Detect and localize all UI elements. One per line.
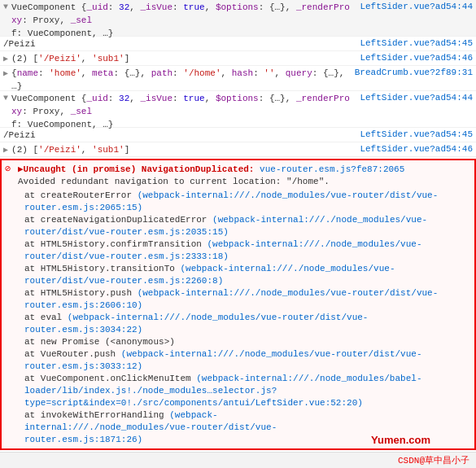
stack-link[interactable]: (webpack-internal:///./node_modules/vue-… [24, 313, 368, 335]
source-link[interactable]: LeftSider.vue?ad54:45 [360, 129, 473, 139]
source-link[interactable]: LeftSider.vue?ad54:45 [360, 38, 473, 48]
stack-line: at createNavigationDuplicatedError (webp… [18, 214, 471, 238]
log-row[interactable]: ▼ VueComponent {_uid: 32, _isVue: true, … [0, 91, 476, 128]
log-row[interactable]: /Peizi LeftSider.vue?ad54:45 [0, 128, 476, 142]
log-row[interactable]: ▼ VueComponent {_uid: 32, _isVue: true, … [0, 0, 476, 37]
csdn-label: CSDN@草中昌小子 [398, 454, 469, 466]
source-link[interactable]: LeftSider.vue?ad54:46 [360, 53, 473, 63]
stack-line: at new Promise (<anonymous>) [18, 336, 471, 348]
stack-line: at VueComponent.onClickMenuItem (webpack… [18, 373, 471, 409]
log-area: ▼ VueComponent {_uid: 32, _isVue: true, … [0, 0, 476, 452]
error-icon: ⊘ [5, 163, 11, 175]
expand-arrow[interactable]: ▶ [3, 54, 8, 63]
error-title: ▶Uncaught (in promise) NavigationDuplica… [18, 163, 404, 176]
error-block: ⊘ ▶Uncaught (in promise) NavigationDupli… [0, 159, 476, 450]
log-content: VueComponent {_uid: 32, _isVue: true, $o… [11, 92, 353, 131]
stack-line: at HTML5History.confirmTransition (webpa… [18, 238, 471, 263]
log-content: (2) ['/Peizi', 'sub1'] [11, 143, 353, 156]
log-row[interactable]: ▶ (2) ['/Peizi', 'sub1'] LeftSider.vue?a… [0, 142, 476, 157]
bottom-bar: CSDN@草中昌小子 [0, 452, 476, 468]
error-message: Avoided redundant navigation to current … [18, 176, 471, 188]
log-row[interactable]: ▶ {name: 'home', meta: {…}, path: '/home… [0, 66, 476, 91]
expand-arrow[interactable]: ▼ [3, 94, 8, 103]
log-content: VueComponent {_uid: 32, _isVue: true, $o… [11, 1, 353, 40]
source-link[interactable]: LeftSider.vue?ad54:46 [360, 144, 473, 154]
log-content: /Peizi [3, 129, 353, 142]
stack-line: at HTML5History.transitionTo (webpack-in… [18, 263, 471, 287]
log-row[interactable]: ▶ (2) ['/Peizi', 'sub1'] LeftSider.vue?a… [0, 51, 476, 66]
log-content: /Peizi [3, 37, 353, 50]
stack-line: at eval (webpack-internal:///./node_modu… [18, 312, 471, 336]
log-row[interactable]: /Peizi LeftSider.vue?ad54:45 [0, 37, 476, 51]
source-link[interactable]: LeftSider.vue?ad54:44 [360, 93, 473, 103]
source-link[interactable]: LeftSider.vue?ad54:44 [360, 2, 473, 11]
stack-line: at createRouterError (webpack-internal:/… [18, 190, 471, 214]
stack-line: at VueRouter.push (webpack-internal:///.… [18, 348, 471, 373]
log-content: (2) ['/Peizi', 'sub1'] [11, 52, 353, 65]
expand-arrow[interactable]: ▶ [3, 68, 8, 78]
stack-line: at invokeWithErrorHandling (webpack-inte… [18, 409, 471, 446]
expand-arrow[interactable]: ▼ [3, 2, 8, 11]
error-title-link[interactable]: vue-router.esm.js?fe87:2065 [260, 164, 404, 174]
log-content: {name: 'home', meta: {…}, path: '/home',… [11, 67, 348, 93]
source-link[interactable]: BreadCrumb.vue?2f89:31 [355, 68, 473, 77]
watermark: Yumen.com [371, 434, 430, 446]
console-panel: ▼ VueComponent {_uid: 32, _isVue: true, … [0, 0, 476, 468]
expand-arrow[interactable]: ▶ [3, 145, 8, 155]
stack-line: at HTML5History.push (webpack-internal:/… [18, 287, 471, 312]
